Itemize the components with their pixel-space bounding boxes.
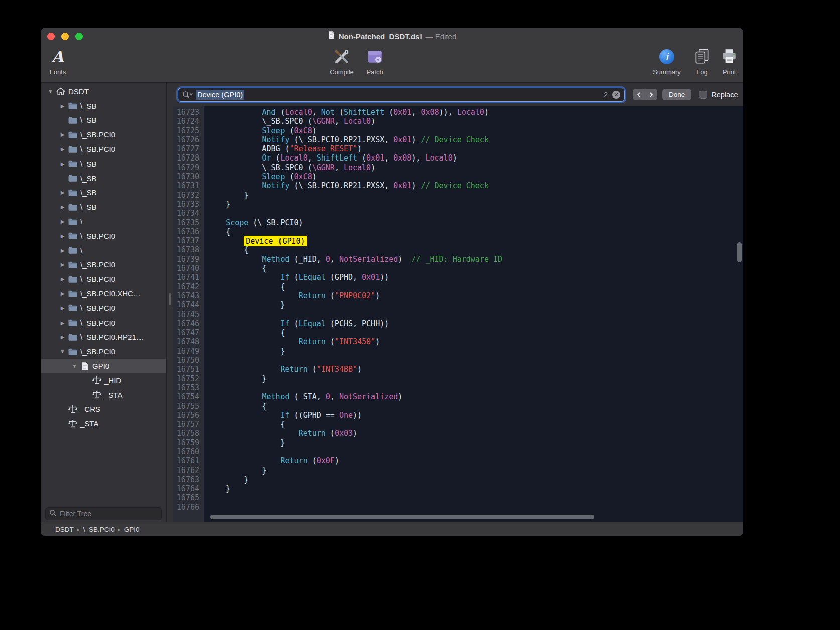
clear-search-icon[interactable]: ✕	[612, 91, 620, 99]
disclosure-triangle-icon[interactable]: ▶	[58, 132, 67, 137]
tree-item-[interactable]: ▶\	[41, 214, 166, 229]
tree-item-sbpci0[interactable]: ▶\_SB.PCI0	[41, 229, 166, 243]
replace-checkbox[interactable]	[699, 91, 707, 99]
disclosure-triangle-icon[interactable]: ▼	[46, 89, 55, 94]
code-line: 16734	[173, 209, 743, 218]
line-number: 16755	[173, 402, 204, 411]
breadcrumb-item[interactable]: GPI0	[124, 526, 140, 533]
pane-splitter[interactable]	[167, 83, 173, 522]
disclosure-triangle-icon[interactable]: ▶	[58, 276, 67, 282]
code-line: 16758 Return (0x03)	[173, 429, 743, 438]
disclosure-triangle-icon[interactable]: ▶	[58, 103, 67, 109]
vertical-scrollbar[interactable]	[737, 242, 742, 262]
code-text: Notify (\_SB.PCI0.RP21.PXSX, 0x01) // De…	[204, 135, 489, 144]
disclosure-triangle-icon[interactable]: ▶	[58, 320, 67, 326]
code-editor[interactable]: 16723 And (Local0, Not (ShiftLeft (0x01,…	[173, 106, 743, 522]
line-number: 16738	[173, 245, 204, 254]
disclosure-triangle-icon[interactable]: ▶	[58, 161, 67, 167]
tree-item-sta[interactable]: _STA	[41, 388, 166, 402]
log-label: Log	[696, 68, 708, 76]
code-text: Method (_STA, 0, NotSerialized)	[204, 392, 402, 401]
line-number: 16725	[173, 126, 204, 135]
tree-item-crs[interactable]: _CRS	[41, 402, 166, 417]
tree-item-label: \	[80, 246, 82, 255]
disclosure-triangle-icon[interactable]: ▶	[58, 146, 67, 152]
tree-item-sbpci0[interactable]: ▶\_SB.PCI0	[41, 142, 166, 156]
tree-item-dsdt[interactable]: ▼DSDT	[41, 84, 166, 99]
line-number: 16745	[173, 310, 204, 319]
code-line: 16740 {	[173, 264, 743, 273]
tree-item-hid[interactable]: _HID	[41, 373, 166, 388]
tree-item-sb[interactable]: ▶\_SB	[41, 186, 166, 200]
tree-item-sbpci0xhc[interactable]: ▶\_SB.PCI0.XHC…	[41, 286, 166, 301]
disclosure-triangle-icon[interactable]: ▶	[58, 262, 67, 267]
code-line: 16723 And (Local0, Not (ShiftLeft (0x01,…	[173, 108, 743, 117]
tree-item-[interactable]: ▶\	[41, 243, 166, 258]
disclosure-triangle-icon[interactable]: ▶	[58, 204, 67, 210]
disclosure-triangle-icon[interactable]: ▶	[58, 248, 67, 253]
tree-item-sbpci0rp21[interactable]: ▶\_SB.PCI0.RP21…	[41, 330, 166, 345]
tree-item-sb[interactable]: ▶\_SB	[41, 156, 166, 171]
summary-button[interactable]: i Summary	[651, 47, 683, 76]
tree-item-sbpci0[interactable]: ▶\_SB.PCI0	[41, 316, 166, 330]
search-input[interactable]: Device (GPI0)	[196, 90, 244, 100]
splitter-grip-icon	[169, 293, 171, 305]
tree-item-gpi0[interactable]: ▼GPI0	[41, 359, 166, 373]
code-content: 16723 And (Local0, Not (ShiftLeft (0x01,…	[173, 106, 743, 512]
tree-item-sbpci0[interactable]: ▶\_SB.PCI0	[41, 127, 166, 142]
editor-pane: Device (GPI0) 2 ✕ D	[173, 83, 743, 522]
tree-item-sb[interactable]: ▶\_SB	[41, 99, 166, 113]
code-text: Or (Local0, ShiftLeft (0x01, 0x08), Loca…	[204, 153, 457, 163]
filter-tree-input[interactable]	[59, 509, 158, 518]
tree-item-sbpci0[interactable]: ▶\_SB.PCI0	[41, 272, 166, 286]
disclosure-triangle-icon[interactable]: ▼	[70, 363, 79, 369]
tree-item-label: _HID	[104, 376, 121, 385]
disclosure-triangle-icon[interactable]: ▶	[58, 233, 67, 239]
code-text: Return ("INT3450")	[204, 337, 380, 346]
breadcrumb-item[interactable]: \_SB.PCI0	[83, 526, 115, 533]
disclosure-triangle-icon[interactable]: ▶	[58, 305, 67, 311]
compile-button[interactable]: Compile	[326, 47, 358, 76]
code-text: Sleep (0xC8)	[204, 126, 317, 135]
disclosure-triangle-icon[interactable]: ▶	[58, 219, 67, 224]
code-text: }	[204, 347, 285, 356]
print-button[interactable]: Print	[715, 47, 743, 76]
filter-tree-field[interactable]	[45, 507, 162, 520]
line-number: 16760	[173, 447, 204, 456]
log-button[interactable]: Log	[686, 47, 718, 76]
tree-item-label: \_SB.PCI0	[80, 319, 115, 327]
find-next-button[interactable]	[645, 89, 657, 100]
code-text	[204, 356, 208, 365]
info-icon: i	[658, 47, 675, 67]
code-text	[204, 209, 208, 218]
horizontal-scrollbar[interactable]	[210, 515, 594, 519]
fonts-button[interactable]: A Fonts	[44, 47, 72, 76]
breadcrumb-item[interactable]: DSDT	[55, 526, 74, 533]
tree-item-sbpci0[interactable]: ▼\_SB.PCI0	[41, 344, 166, 359]
patch-button[interactable]: Patch	[359, 47, 391, 76]
app-window: Non-Patched_DSDT.dsl — Edited A Fonts	[41, 28, 743, 536]
tree-item-sb[interactable]: \_SB	[41, 113, 166, 128]
tree-item-sta[interactable]: _STA	[41, 416, 166, 431]
folder-icon	[67, 290, 78, 298]
line-number: 16728	[173, 153, 204, 163]
disclosure-triangle-icon[interactable]: ▶	[58, 334, 67, 340]
line-number: 16746	[173, 319, 204, 328]
window-edited-state: — Edited	[426, 32, 457, 41]
find-previous-button[interactable]	[633, 89, 645, 100]
disclosure-triangle-icon[interactable]: ▼	[58, 349, 67, 354]
done-button[interactable]: Done	[662, 89, 691, 100]
document-proxy-icon[interactable]	[328, 31, 335, 42]
tree-item-sbpci0[interactable]: ▶\_SB.PCI0	[41, 301, 166, 316]
search-menu-icon[interactable]	[182, 91, 193, 98]
tree-item-sbpci0[interactable]: ▶\_SB.PCI0	[41, 258, 166, 272]
tree-item-sb[interactable]: \_SB	[41, 171, 166, 186]
tree-item-label: \_SB.PCI0	[80, 347, 115, 356]
titlebar[interactable]: Non-Patched_DSDT.dsl — Edited	[41, 28, 743, 45]
tree-item-sb[interactable]: ▶\_SB	[41, 200, 166, 214]
disclosure-triangle-icon[interactable]: ▶	[58, 190, 67, 195]
code-text	[204, 503, 208, 512]
find-field[interactable]: Device (GPI0) 2 ✕	[178, 88, 625, 102]
method-icon	[91, 390, 102, 399]
disclosure-triangle-icon[interactable]: ▶	[58, 291, 67, 296]
